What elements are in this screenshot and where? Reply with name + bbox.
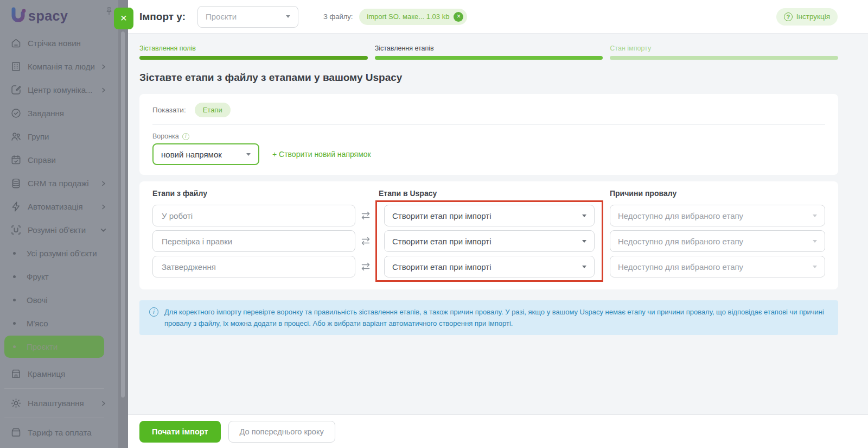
- sidebar-item-company[interactable]: Компанія та люди: [0, 55, 118, 78]
- funnel-card: Показати: Етапи Воронка i новий напрямок…: [139, 94, 838, 175]
- sidebar-item-label: Проєкти: [27, 342, 58, 351]
- sidebar-item-label: Завдання: [28, 109, 106, 118]
- step-import-status[interactable]: Стан імпорту: [610, 45, 838, 60]
- chevron-down-icon: [582, 266, 586, 268]
- sidebar-nav: Стрічка новин Компанія та люди Центр ком…: [0, 31, 128, 444]
- chevron-right-icon: [101, 401, 106, 406]
- fail-reason-select: Недоступно для вибраного етапу: [610, 256, 825, 277]
- chevron-right-icon: [101, 204, 106, 210]
- import-target-placeholder: Проєкти: [206, 12, 237, 21]
- step-progress-bar: [139, 56, 368, 60]
- sidebar-item-label: Групи: [28, 132, 106, 141]
- home-icon: [10, 37, 22, 49]
- sidebar-item-communications[interactable]: Центр комуніка...: [0, 78, 118, 102]
- stage-mapping-card: Етапи з файлу У роботі Перевірка і правк…: [139, 181, 838, 289]
- close-modal-button[interactable]: ×: [114, 8, 133, 29]
- sidebar-item-shop[interactable]: Крамниця: [0, 362, 118, 386]
- storefront-icon: [10, 368, 22, 380]
- highlight-red-box: Створити етап при імпорті Створити етап …: [375, 200, 603, 282]
- column-header-file-stages: Етапи з файлу: [152, 189, 355, 198]
- sidebar-item-groups[interactable]: Групи: [0, 125, 118, 148]
- sidebar-item-tasks[interactable]: Завдання: [0, 102, 118, 125]
- chevron-down-icon: [813, 266, 817, 268]
- users-icon: [10, 131, 22, 142]
- step-progress-bar: [375, 56, 603, 60]
- step-field-mapping[interactable]: Зіставлення полів: [139, 45, 368, 60]
- select-value: Недоступно для вибраного етапу: [618, 262, 743, 272]
- start-import-button[interactable]: Почати імпорт: [139, 421, 221, 443]
- chevron-down-icon: [246, 153, 251, 156]
- import-target-select[interactable]: Проєкти: [197, 6, 298, 28]
- sidebar-item-settings[interactable]: Налаштування: [0, 392, 118, 415]
- chevron-down-icon: [582, 214, 586, 217]
- close-icon: ×: [457, 12, 461, 20]
- close-icon: ×: [120, 11, 127, 24]
- import-steps: Зіставлення полів Зіставлення етапів Ста…: [139, 45, 838, 60]
- bullet-icon: [13, 322, 16, 325]
- instruction-button[interactable]: ? Інструкція: [776, 8, 838, 26]
- logo[interactable]: spacy: [0, 0, 128, 31]
- scrollbar-thumb[interactable]: [121, 31, 125, 397]
- scan-u-icon: [10, 224, 22, 236]
- sidebar-item-automation[interactable]: Автоматизація: [0, 195, 118, 218]
- select-value: Недоступно для вибраного етапу: [618, 237, 743, 246]
- sidebar-item-newsfeed[interactable]: Стрічка новин: [0, 31, 118, 55]
- sidebar-item-projects[interactable]: Проєкти: [4, 336, 104, 358]
- select-value: Створити етап при імпорті: [392, 237, 492, 246]
- swap-arrows-icon: [360, 205, 371, 226]
- sidebar-item-label: М'ясо: [27, 319, 48, 328]
- modal-header: Імпорт у: Проєкти З файлу: import SO. ма…: [128, 0, 868, 34]
- create-funnel-link[interactable]: + Створити новий напрямок: [272, 150, 371, 159]
- info-icon: i: [149, 307, 158, 317]
- question-icon: ?: [784, 12, 793, 21]
- sidebar-item-meat[interactable]: М'ясо: [0, 312, 118, 335]
- show-label: Показати:: [152, 106, 186, 114]
- funnel-select[interactable]: новий напрямок: [152, 143, 259, 165]
- sidebar-item-tariff[interactable]: Тариф та оплата: [0, 421, 118, 444]
- sidebar-divider: [4, 418, 104, 418]
- chevron-down-icon: [582, 240, 586, 243]
- sidebar-item-activities[interactable]: Справи: [0, 148, 118, 172]
- building-icon: [10, 61, 22, 72]
- bullet-icon: [13, 299, 16, 301]
- sidebar-item-crm[interactable]: CRM та продажі: [0, 172, 118, 195]
- uspacy-stage-select[interactable]: Створити етап при імпорті: [384, 256, 595, 277]
- stages-chip[interactable]: Етапи: [195, 103, 231, 117]
- swap-arrows-icon: [360, 256, 371, 277]
- sidebar-item-label: Компанія та люди: [28, 62, 101, 71]
- column-header-uspacy-stages: Етапи в Uspacy: [375, 189, 603, 198]
- sidebar-item-label: Розумні об'єкти: [28, 225, 100, 235]
- check-circle-icon: [10, 108, 22, 119]
- info-icon[interactable]: i: [182, 133, 189, 140]
- file-stage-field: Затвердження: [152, 256, 355, 277]
- uspacy-stage-select[interactable]: Створити етап при імпорті: [384, 230, 595, 252]
- chat-pen-icon: [10, 84, 22, 96]
- sidebar-item-smart-objects[interactable]: Розумні об'єкти: [0, 218, 118, 242]
- pin-sidebar-icon[interactable]: [104, 7, 114, 16]
- sidebar-divider: [4, 388, 104, 389]
- previous-step-button[interactable]: До попереднього кроку: [228, 421, 335, 443]
- sidebar-item-vegetables[interactable]: Овочі: [0, 288, 118, 312]
- bullet-icon: [13, 345, 16, 348]
- logo-brand-text: spacy: [28, 8, 68, 24]
- sidebar-item-label: Налаштування: [28, 399, 101, 408]
- sidebar-item-fruit[interactable]: Фрукт: [0, 265, 118, 288]
- remove-file-button[interactable]: ×: [454, 12, 463, 22]
- chevron-right-icon: [101, 181, 106, 186]
- chevron-down-icon: [813, 240, 817, 243]
- info-note-text: Для коректного імпорту перевірте воронку…: [164, 306, 828, 329]
- fail-reason-select: Недоступно для вибраного етапу: [610, 230, 825, 252]
- lightning-icon: [10, 201, 22, 212]
- uploaded-file-chip[interactable]: import SO. маке... 1.03 kb ×: [359, 9, 467, 25]
- instruction-label: Інструкція: [796, 12, 830, 21]
- sidebar-item-label: Справи: [28, 155, 106, 165]
- step-stage-mapping[interactable]: Зіставлення етапів: [375, 45, 603, 60]
- step-label: Стан імпорту: [610, 45, 838, 52]
- modal-title: Імпорт у:: [139, 11, 186, 23]
- select-value: Створити етап при імпорті: [392, 211, 492, 220]
- uspacy-stage-select[interactable]: Створити етап при імпорті: [384, 205, 595, 226]
- sidebar-item-label: Овочі: [27, 295, 48, 305]
- sidebar-item-all-smart-objects[interactable]: Усі розумні об'єкти: [0, 242, 118, 265]
- uspacy-logo-mark-icon: [11, 7, 27, 24]
- sidebar-item-label: Фрукт: [27, 272, 49, 281]
